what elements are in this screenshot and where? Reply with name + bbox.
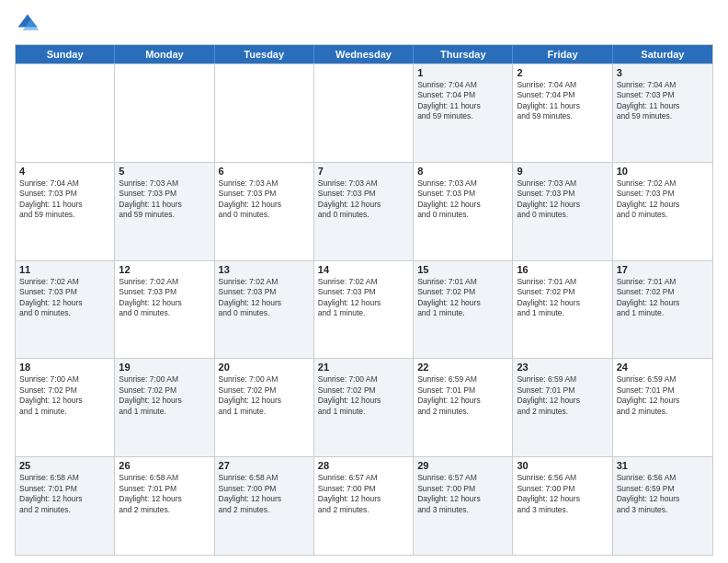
day-number: 15	[417, 264, 508, 275]
day-cell-23: 23Sunrise: 6:59 AM Sunset: 7:01 PM Dayli…	[513, 359, 612, 456]
day-info: Sunrise: 7:01 AM Sunset: 7:02 PM Dayligh…	[617, 277, 709, 319]
day-info: Sunrise: 7:01 AM Sunset: 7:02 PM Dayligh…	[517, 277, 608, 319]
empty-cell-0-0	[16, 64, 115, 162]
day-number: 20	[219, 362, 310, 373]
empty-cell-0-1	[115, 64, 214, 162]
day-number: 30	[517, 460, 608, 471]
day-info: Sunrise: 6:59 AM Sunset: 7:01 PM Dayligh…	[517, 374, 608, 417]
day-info: Sunrise: 6:57 AM Sunset: 7:00 PM Dayligh…	[417, 473, 508, 515]
day-info: Sunrise: 6:59 AM Sunset: 7:01 PM Dayligh…	[417, 374, 508, 417]
day-cell-14: 14Sunrise: 7:02 AM Sunset: 7:03 PM Dayli…	[314, 261, 414, 359]
day-number: 6	[219, 166, 310, 177]
day-info: Sunrise: 7:02 AM Sunset: 7:03 PM Dayligh…	[318, 277, 409, 319]
day-cell-28: 28Sunrise: 6:57 AM Sunset: 7:00 PM Dayli…	[314, 457, 414, 555]
header-day-thursday: Thursday	[414, 45, 513, 63]
calendar-row-2: 11Sunrise: 7:02 AM Sunset: 7:03 PM Dayli…	[16, 260, 712, 359]
day-info: Sunrise: 7:00 AM Sunset: 7:02 PM Dayligh…	[219, 374, 310, 417]
day-info: Sunrise: 7:00 AM Sunset: 7:02 PM Dayligh…	[19, 374, 110, 417]
day-number: 21	[318, 362, 409, 373]
day-cell-29: 29Sunrise: 6:57 AM Sunset: 7:00 PM Dayli…	[414, 457, 513, 555]
day-info: Sunrise: 7:03 AM Sunset: 7:03 PM Dayligh…	[318, 178, 409, 221]
header-day-tuesday: Tuesday	[215, 45, 314, 63]
empty-cell-0-3	[314, 64, 414, 162]
day-info: Sunrise: 6:58 AM Sunset: 7:00 PM Dayligh…	[219, 473, 310, 515]
header	[15, 11, 713, 37]
day-info: Sunrise: 7:01 AM Sunset: 7:02 PM Dayligh…	[417, 277, 508, 319]
day-info: Sunrise: 7:03 AM Sunset: 7:03 PM Dayligh…	[417, 178, 508, 221]
day-cell-18: 18Sunrise: 7:00 AM Sunset: 7:02 PM Dayli…	[16, 359, 115, 456]
day-cell-8: 8Sunrise: 7:03 AM Sunset: 7:03 PM Daylig…	[414, 163, 513, 260]
day-info: Sunrise: 6:58 AM Sunset: 7:01 PM Dayligh…	[119, 473, 210, 515]
day-number: 5	[119, 166, 210, 177]
day-number: 1	[417, 67, 508, 78]
day-number: 13	[219, 264, 310, 275]
day-number: 29	[417, 460, 508, 471]
day-cell-31: 31Sunrise: 6:56 AM Sunset: 6:59 PM Dayli…	[613, 457, 712, 555]
page: SundayMondayTuesdayWednesdayThursdayFrid…	[0, 0, 728, 563]
header-day-saturday: Saturday	[613, 45, 712, 63]
day-cell-27: 27Sunrise: 6:58 AM Sunset: 7:00 PM Dayli…	[215, 457, 314, 555]
day-cell-12: 12Sunrise: 7:02 AM Sunset: 7:03 PM Dayli…	[115, 261, 214, 359]
calendar-row-3: 18Sunrise: 7:00 AM Sunset: 7:02 PM Dayli…	[16, 358, 712, 456]
day-number: 2	[517, 67, 608, 78]
day-number: 23	[517, 362, 608, 373]
day-info: Sunrise: 7:03 AM Sunset: 7:03 PM Dayligh…	[219, 178, 310, 221]
logo	[15, 11, 44, 37]
day-cell-6: 6Sunrise: 7:03 AM Sunset: 7:03 PM Daylig…	[215, 163, 314, 260]
header-day-sunday: Sunday	[16, 45, 115, 63]
day-info: Sunrise: 6:56 AM Sunset: 6:59 PM Dayligh…	[617, 473, 709, 515]
day-cell-11: 11Sunrise: 7:02 AM Sunset: 7:03 PM Dayli…	[16, 261, 115, 359]
day-number: 10	[617, 166, 709, 177]
day-number: 31	[617, 460, 709, 471]
day-info: Sunrise: 6:56 AM Sunset: 7:00 PM Dayligh…	[517, 473, 608, 515]
day-number: 9	[517, 166, 608, 177]
day-number: 16	[517, 264, 608, 275]
day-info: Sunrise: 7:04 AM Sunset: 7:03 PM Dayligh…	[617, 80, 709, 122]
empty-cell-0-2	[215, 64, 314, 162]
day-cell-3: 3Sunrise: 7:04 AM Sunset: 7:03 PM Daylig…	[613, 64, 712, 162]
day-cell-19: 19Sunrise: 7:00 AM Sunset: 7:02 PM Dayli…	[115, 359, 214, 456]
day-info: Sunrise: 6:58 AM Sunset: 7:01 PM Dayligh…	[19, 473, 110, 515]
calendar-row-1: 4Sunrise: 7:04 AM Sunset: 7:03 PM Daylig…	[16, 162, 712, 260]
day-number: 27	[219, 460, 310, 471]
day-cell-1: 1Sunrise: 7:04 AM Sunset: 7:04 PM Daylig…	[414, 64, 513, 162]
day-number: 26	[119, 460, 210, 471]
day-cell-25: 25Sunrise: 6:58 AM Sunset: 7:01 PM Dayli…	[16, 457, 115, 555]
calendar-body: 1Sunrise: 7:04 AM Sunset: 7:04 PM Daylig…	[16, 63, 712, 555]
day-number: 12	[119, 264, 210, 275]
day-number: 22	[417, 362, 508, 373]
calendar: SundayMondayTuesdayWednesdayThursdayFrid…	[15, 44, 713, 556]
day-cell-2: 2Sunrise: 7:04 AM Sunset: 7:04 PM Daylig…	[513, 64, 612, 162]
day-number: 11	[19, 264, 110, 275]
day-cell-10: 10Sunrise: 7:02 AM Sunset: 7:03 PM Dayli…	[613, 163, 712, 260]
day-cell-9: 9Sunrise: 7:03 AM Sunset: 7:03 PM Daylig…	[513, 163, 612, 260]
day-info: Sunrise: 7:02 AM Sunset: 7:03 PM Dayligh…	[19, 277, 110, 319]
header-day-friday: Friday	[513, 45, 612, 63]
day-cell-4: 4Sunrise: 7:04 AM Sunset: 7:03 PM Daylig…	[16, 163, 115, 260]
day-info: Sunrise: 7:04 AM Sunset: 7:04 PM Dayligh…	[417, 80, 508, 122]
day-info: Sunrise: 7:04 AM Sunset: 7:03 PM Dayligh…	[19, 178, 110, 221]
day-cell-7: 7Sunrise: 7:03 AM Sunset: 7:03 PM Daylig…	[314, 163, 414, 260]
header-day-monday: Monday	[115, 45, 214, 63]
day-info: Sunrise: 7:04 AM Sunset: 7:04 PM Dayligh…	[517, 80, 608, 122]
day-info: Sunrise: 6:59 AM Sunset: 7:01 PM Dayligh…	[617, 374, 709, 417]
day-cell-15: 15Sunrise: 7:01 AM Sunset: 7:02 PM Dayli…	[414, 261, 513, 359]
day-cell-5: 5Sunrise: 7:03 AM Sunset: 7:03 PM Daylig…	[115, 163, 214, 260]
day-number: 14	[318, 264, 409, 275]
calendar-row-0: 1Sunrise: 7:04 AM Sunset: 7:04 PM Daylig…	[16, 63, 712, 162]
day-cell-17: 17Sunrise: 7:01 AM Sunset: 7:02 PM Dayli…	[613, 261, 712, 359]
day-cell-13: 13Sunrise: 7:02 AM Sunset: 7:03 PM Dayli…	[215, 261, 314, 359]
day-number: 18	[19, 362, 110, 373]
day-number: 17	[617, 264, 709, 275]
header-day-wednesday: Wednesday	[314, 45, 414, 63]
day-number: 24	[617, 362, 709, 373]
day-number: 8	[417, 166, 508, 177]
day-number: 19	[119, 362, 210, 373]
day-info: Sunrise: 7:00 AM Sunset: 7:02 PM Dayligh…	[119, 374, 210, 417]
day-cell-30: 30Sunrise: 6:56 AM Sunset: 7:00 PM Dayli…	[513, 457, 612, 555]
day-number: 4	[19, 166, 110, 177]
day-cell-22: 22Sunrise: 6:59 AM Sunset: 7:01 PM Dayli…	[414, 359, 513, 456]
day-info: Sunrise: 6:57 AM Sunset: 7:00 PM Dayligh…	[318, 473, 409, 515]
calendar-header: SundayMondayTuesdayWednesdayThursdayFrid…	[16, 45, 712, 63]
day-number: 25	[19, 460, 110, 471]
